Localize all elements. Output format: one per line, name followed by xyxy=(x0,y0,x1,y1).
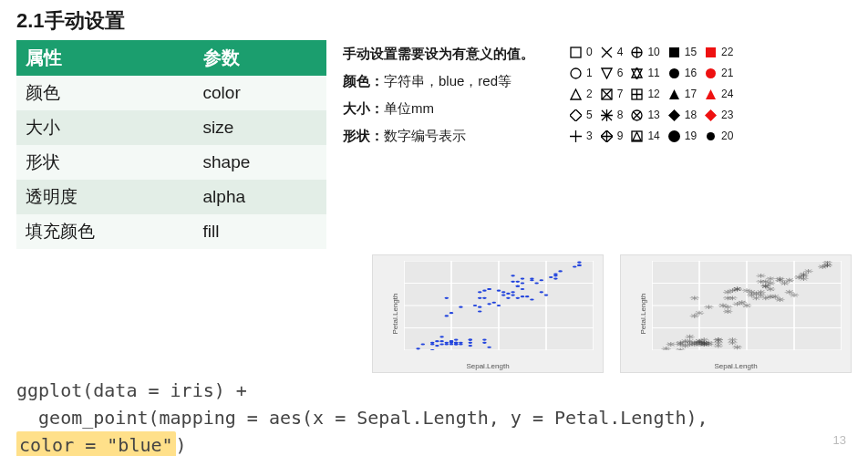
svg-point-78 xyxy=(478,310,482,312)
plot2-xlabel: Sepal.Length xyxy=(714,362,757,370)
shape-legend-item: 7 xyxy=(600,86,624,102)
shape-legend-item: 20 xyxy=(704,128,733,144)
shape-legend: 0125346789101112131415161718192221242320 xyxy=(569,40,852,249)
shape-legend-item: 4 xyxy=(600,44,624,60)
svg-point-74 xyxy=(450,312,454,314)
shape-number: 24 xyxy=(721,88,733,100)
svg-point-18 xyxy=(668,130,680,142)
svg-point-109 xyxy=(553,275,558,276)
svg-point-40 xyxy=(430,343,435,345)
svg-marker-22 xyxy=(705,109,717,121)
shape-number: 19 xyxy=(685,130,697,142)
svg-point-72 xyxy=(525,295,530,297)
svg-point-90 xyxy=(445,297,450,299)
table-row: 填充颜色fill xyxy=(16,214,326,249)
table-row: 透明度alpha xyxy=(16,180,326,214)
svg-point-44 xyxy=(469,342,473,344)
shape-number: 14 xyxy=(647,130,659,142)
shape-22-icon xyxy=(704,46,718,59)
shape-legend-item: 24 xyxy=(704,86,733,102)
svg-point-80 xyxy=(478,297,482,299)
svg-point-113 xyxy=(553,278,558,280)
svg-point-46 xyxy=(439,343,444,345)
svg-point-102 xyxy=(577,262,582,264)
svg-point-89 xyxy=(573,265,577,267)
shape-0-icon xyxy=(569,46,583,59)
desc-value-color: 字符串，blue，red等 xyxy=(384,73,512,88)
shape-number: 18 xyxy=(685,109,697,121)
svg-point-91 xyxy=(558,270,563,272)
shape-number: 1 xyxy=(586,67,593,79)
svg-point-69 xyxy=(482,297,487,299)
shape-legend-item: 19 xyxy=(667,128,697,144)
shape-number: 13 xyxy=(647,109,659,121)
svg-point-20 xyxy=(706,68,716,78)
shape-24-icon xyxy=(704,88,718,101)
svg-point-82 xyxy=(506,297,511,299)
shape-13-icon xyxy=(630,109,644,122)
shape-number: 7 xyxy=(617,88,624,100)
page-number: 13 xyxy=(833,433,846,447)
svg-point-47 xyxy=(416,347,420,349)
shape-10-icon xyxy=(630,46,644,59)
shape-legend-item: 8 xyxy=(600,107,624,123)
svg-point-76 xyxy=(497,305,501,306)
svg-point-42 xyxy=(421,343,426,345)
shape-number: 0 xyxy=(586,46,593,58)
svg-point-94 xyxy=(521,288,525,290)
svg-marker-17 xyxy=(668,109,680,121)
scatter-plot-asterisk: Petal.Length Sepal.Length xyxy=(620,254,852,373)
shape-5-icon xyxy=(569,109,583,122)
svg-point-1 xyxy=(571,68,581,78)
shape-6-icon xyxy=(600,67,614,80)
svg-point-77 xyxy=(501,294,506,295)
svg-point-73 xyxy=(459,306,463,308)
svg-point-52 xyxy=(482,338,487,340)
svg-point-106 xyxy=(577,264,582,266)
shape-number: 5 xyxy=(586,109,593,121)
svg-point-75 xyxy=(492,302,497,304)
svg-point-79 xyxy=(530,298,534,300)
svg-point-54 xyxy=(469,338,473,340)
svg-point-63 xyxy=(435,340,439,342)
svg-point-104 xyxy=(540,279,544,281)
desc-label-size: 大小： xyxy=(343,100,384,116)
shape-17-icon xyxy=(667,88,681,101)
svg-marker-2 xyxy=(571,89,581,99)
shape-15-icon xyxy=(667,46,681,59)
plot1-ylabel: Petal.Length xyxy=(391,294,399,335)
shape-7-icon xyxy=(600,88,614,101)
svg-point-83 xyxy=(478,306,482,308)
shape-4-icon xyxy=(600,46,614,59)
svg-point-97 xyxy=(482,290,487,292)
desc-label-shape: 形状： xyxy=(343,128,384,143)
highlight-color: color = "blue" xyxy=(16,431,176,456)
shape-legend-item: 21 xyxy=(704,65,733,81)
plot2-ylabel: Petal.Length xyxy=(639,294,647,335)
shape-number: 6 xyxy=(617,67,624,79)
shape-legend-item: 1 xyxy=(569,65,593,81)
svg-point-45 xyxy=(439,340,444,342)
shape-number: 12 xyxy=(647,88,659,100)
shape-number: 15 xyxy=(685,46,697,58)
svg-point-15 xyxy=(669,68,679,78)
svg-point-110 xyxy=(506,293,511,295)
svg-point-98 xyxy=(487,288,491,290)
plot1-xlabel: Sepal.Length xyxy=(466,362,509,370)
svg-point-103 xyxy=(497,290,501,292)
svg-point-65 xyxy=(516,297,521,299)
shape-number: 20 xyxy=(721,130,733,142)
desc-label-color: 颜色： xyxy=(343,73,384,88)
shape-legend-item: 14 xyxy=(630,128,659,144)
shape-legend-item: 15 xyxy=(667,44,697,60)
svg-point-60 xyxy=(450,340,454,342)
shape-legend-item: 11 xyxy=(630,65,659,81)
table-row: 形状shape xyxy=(16,145,326,180)
shape-legend-item: 13 xyxy=(630,107,659,123)
svg-point-43 xyxy=(445,342,450,344)
svg-point-88 xyxy=(521,278,525,280)
shape-9-icon xyxy=(600,130,614,143)
shape-3-icon xyxy=(569,130,583,143)
shape-number: 2 xyxy=(586,88,593,100)
desc-value-size: 单位mm xyxy=(384,100,434,116)
